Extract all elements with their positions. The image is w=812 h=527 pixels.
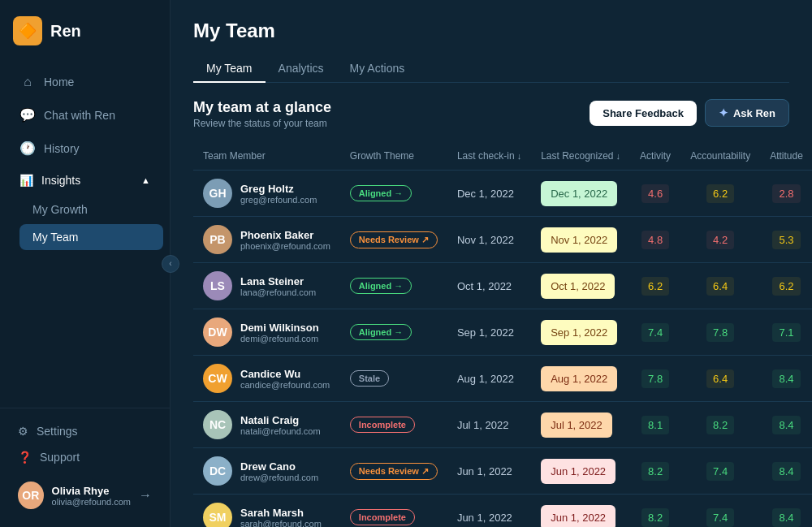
table-row[interactable]: SM Sarah Marsh sarah@refound.com Incompl…	[193, 495, 812, 528]
last-recognized-value: Jul 1, 2022	[541, 413, 612, 438]
col-checkin[interactable]: Last check-in	[447, 142, 531, 171]
member-name: Sarah Marsh	[240, 507, 322, 519]
last-recognized-value: Nov 1, 2022	[541, 227, 617, 253]
avatar: OR	[18, 482, 44, 509]
tab-my-team[interactable]: My Team	[193, 55, 266, 83]
attitude-cell: 8.4	[760, 402, 812, 448]
settings-label: Settings	[37, 425, 78, 438]
sidebar-item-my-team[interactable]: My Team	[19, 224, 163, 250]
attitude-value: 6.2	[772, 277, 800, 296]
member-name: Candice Wu	[240, 368, 330, 380]
member-name: Phoenix Baker	[240, 229, 330, 241]
main-header: My Team My Team Analytics My Actions	[171, 0, 812, 83]
avatar: PB	[203, 225, 232, 254]
user-info: Olivia Rhye olivia@refound.com	[52, 485, 131, 507]
insights-section: 📊 Insights ▲ My Growth My Team	[6, 166, 163, 250]
tab-analytics[interactable]: Analytics	[266, 55, 337, 83]
sidebar-item-support[interactable]: ❓ Support	[10, 444, 160, 470]
share-feedback-button[interactable]: Share Feedback	[590, 101, 697, 126]
tab-my-actions[interactable]: My Actions	[337, 55, 418, 83]
sidebar-item-home-label: Home	[44, 76, 74, 89]
table-header-row: Team Member Growth Theme Last check-in L…	[193, 142, 812, 171]
member-cell: PB Phoenix Baker phoenix@refound.com	[193, 217, 340, 263]
table-row[interactable]: PB Phoenix Baker phoenix@refound.com Nee…	[193, 217, 812, 263]
insights-icon: 📊	[19, 174, 33, 187]
sidebar-item-settings[interactable]: ⚙ Settings	[10, 418, 160, 444]
last-recognized-value: Dec 1, 2022	[541, 181, 617, 206]
attitude-value: 5.3	[772, 231, 800, 249]
member-cell: CW Candice Wu candice@refound.com	[193, 356, 340, 402]
growth-badge: Needs Review ↗	[350, 231, 438, 248]
sidebar-item-chat-label: Chat with Ren	[44, 109, 115, 122]
last-recognized-cell: Dec 1, 2022	[531, 171, 630, 217]
last-checkin-cell: Jul 1, 2022	[447, 402, 531, 448]
growth-theme-cell: Needs Review ↗	[340, 448, 447, 495]
my-growth-label: My Growth	[32, 203, 88, 216]
sidebar-item-chat[interactable]: 💬 Chat with Ren	[6, 99, 163, 131]
last-checkin-cell: Jun 1, 2022	[447, 495, 531, 528]
activity-cell: 6.2	[630, 263, 680, 309]
activity-value: 8.2	[641, 462, 669, 481]
growth-badge: Incomplete	[350, 417, 415, 433]
last-checkin-cell: Jun 1, 2022	[447, 448, 531, 495]
attitude-cell: 8.4	[760, 495, 812, 528]
activity-value: 8.1	[641, 416, 669, 434]
user-email: olivia@refound.com	[52, 497, 131, 507]
main-content: My Team My Team Analytics My Actions My …	[171, 0, 812, 527]
growth-theme-cell: Stale	[340, 356, 447, 402]
col-member: Team Member	[193, 142, 340, 171]
col-attitude: Attitude	[760, 142, 812, 171]
growth-theme-cell: Aligned →	[340, 263, 447, 309]
ask-ren-button[interactable]: ✦ Ask Ren	[705, 99, 789, 127]
sidebar-nav: ⌂ Home 💬 Chat with Ren 🕐 History 📊 Insig…	[0, 58, 170, 408]
logout-icon[interactable]: →	[139, 488, 152, 503]
activity-value: 8.2	[641, 508, 669, 527]
table-row[interactable]: LS Lana Steiner lana@refound.com Aligned…	[193, 263, 812, 309]
activity-value: 7.4	[641, 323, 669, 342]
accountability-value: 7.4	[706, 462, 734, 481]
attitude-cell: 7.1	[760, 309, 812, 356]
activity-cell: 8.2	[630, 448, 680, 495]
user-profile[interactable]: OR Olivia Rhye olivia@refound.com →	[10, 473, 160, 517]
growth-badge: Incomplete	[350, 509, 415, 525]
accountability-cell: 6.4	[680, 356, 760, 402]
member-cell: LS Lana Steiner lana@refound.com	[193, 263, 340, 309]
member-email: phoenix@refound.com	[240, 241, 330, 251]
member-email: natali@refound.com	[240, 426, 321, 436]
growth-badge: Needs Review ↗	[350, 463, 438, 480]
last-recognized-value: Jun 1, 2022	[541, 459, 615, 484]
member-cell: DC Drew Cano drew@refound.com	[193, 448, 340, 495]
table-row[interactable]: NC Natali Craig natali@refound.com Incom…	[193, 402, 812, 448]
last-recognized-value: Jun 1, 2022	[541, 505, 615, 528]
activity-cell: 8.1	[630, 402, 680, 448]
last-recognized-cell: Sep 1, 2022	[531, 309, 630, 356]
activity-value: 7.8	[641, 369, 669, 388]
insights-header[interactable]: 📊 Insights ▲	[6, 166, 163, 195]
sidebar-collapse-button[interactable]: ‹	[162, 255, 179, 273]
accountability-value: 4.2	[706, 231, 734, 249]
logo[interactable]: 🔶 Ren	[0, 0, 170, 58]
member-email: candice@refound.com	[240, 380, 330, 390]
section-title: My team at a glance	[193, 99, 331, 116]
member-name: Demi Wilkinson	[240, 322, 319, 334]
header-actions: Share Feedback ✦ Ask Ren	[590, 99, 789, 127]
table-row[interactable]: GH Greg Holtz greg@refound.com Aligned →…	[193, 171, 812, 217]
growth-theme-cell: Incomplete	[340, 402, 447, 448]
attitude-cell: 6.2	[760, 263, 812, 309]
sidebar-item-home[interactable]: ⌂ Home	[6, 67, 163, 97]
col-growth: Growth Theme	[340, 142, 447, 171]
table-row[interactable]: CW Candice Wu candice@refound.com Stale …	[193, 356, 812, 402]
insights-children: My Growth My Team	[6, 197, 163, 250]
chevron-up-icon: ▲	[141, 175, 150, 185]
col-recognized[interactable]: Last Recognized	[531, 142, 630, 171]
member-email: demi@refound.com	[240, 334, 319, 343]
sidebar: 🔶 Ren ⌂ Home 💬 Chat with Ren 🕐 History 📊…	[0, 0, 171, 527]
attitude-value: 8.4	[772, 462, 800, 481]
table-row[interactable]: DC Drew Cano drew@refound.com Needs Revi…	[193, 448, 812, 495]
accountability-value: 7.4	[706, 508, 734, 527]
sidebar-item-history[interactable]: 🕐 History	[6, 132, 163, 164]
attitude-value: 2.8	[772, 184, 800, 203]
table-row[interactable]: DW Demi Wilkinson demi@refound.com Align…	[193, 309, 812, 356]
avatar: GH	[203, 179, 232, 208]
sidebar-item-my-growth[interactable]: My Growth	[19, 197, 163, 222]
